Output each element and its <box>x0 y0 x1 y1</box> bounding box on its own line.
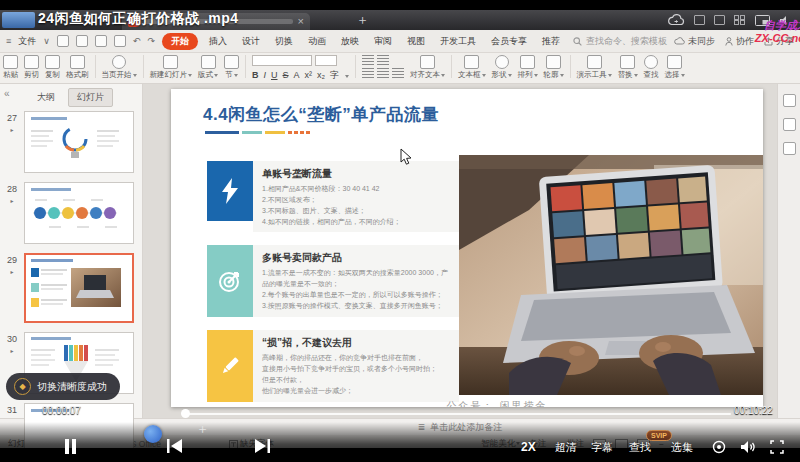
add-slide-overlay-icon[interactable]: ＋ <box>196 420 209 438</box>
volume-icon[interactable] <box>740 440 756 458</box>
align-text-button[interactable]: 对齐文本 <box>410 55 445 79</box>
progress-handle[interactable] <box>181 409 190 418</box>
episodes-button[interactable]: 选集 <box>671 440 693 455</box>
paste-button[interactable]: 粘贴 <box>3 55 18 79</box>
next-button[interactable] <box>254 439 271 457</box>
bold-button[interactable]: B <box>252 70 259 80</box>
slide-thumbnail-27[interactable]: 27▸ <box>0 111 142 173</box>
output-icon[interactable] <box>76 35 88 47</box>
panel-tab-slides[interactable]: 幻灯片 <box>68 88 113 107</box>
redo-icon[interactable]: ↷ <box>147 36 155 46</box>
cut-button[interactable]: 剪切 <box>24 55 39 79</box>
preview-icon[interactable] <box>114 35 126 47</box>
panel-tab-outline[interactable]: 大纲 <box>29 89 63 106</box>
previous-button[interactable] <box>166 439 183 457</box>
superscript-button[interactable]: x² <box>305 70 313 80</box>
copy-button[interactable]: 复制 <box>45 55 60 79</box>
minimize-icon[interactable] <box>694 15 705 25</box>
bullet-list-icon[interactable] <box>362 55 374 65</box>
save-icon[interactable] <box>57 35 69 47</box>
command-search[interactable]: 查找命令、搜索模板 <box>573 35 667 48</box>
find-button[interactable]: 查找 <box>644 55 659 79</box>
italic-button[interactable]: I <box>264 70 267 80</box>
animation-pane-icon[interactable] <box>783 118 796 131</box>
record-icon[interactable] <box>712 440 726 458</box>
font-color-button[interactable]: A <box>294 70 300 80</box>
collab-button[interactable]: 协作 <box>725 35 754 48</box>
tab-slideshow[interactable]: 放映 <box>337 33 363 50</box>
restore-icon[interactable] <box>714 15 725 25</box>
tab-devtools[interactable]: 开发工具 <box>436 33 480 50</box>
new-slide-button[interactable]: 新建幻灯片 <box>150 55 193 79</box>
quality-toast: ◆ 切换清晰度成功 <box>6 373 120 400</box>
slide-thumbnail-28[interactable]: 28▸ <box>0 182 142 244</box>
thumbnail-graphic <box>24 182 134 244</box>
selection-pane-icon[interactable] <box>783 142 796 155</box>
tab-design[interactable]: 设计 <box>238 33 264 50</box>
font-name-select[interactable] <box>252 55 312 66</box>
tab-recommend[interactable]: 推荐 <box>538 33 564 50</box>
pause-button[interactable] <box>64 439 77 458</box>
outline-button[interactable]: 轮廓 <box>544 55 564 79</box>
burger-menu-icon[interactable]: ≡ <box>6 36 11 46</box>
section-line: 1.流量不是一成不变的：如买双两天的搜索量2000 3000，产品的曝光量是不一… <box>262 268 450 290</box>
presentation-tools-button[interactable]: 演示工具 <box>577 55 612 79</box>
collab-label: 协作 <box>736 35 754 48</box>
shapes-button[interactable]: 形状 <box>492 55 512 79</box>
format-painter-button[interactable]: 格式刷 <box>66 55 89 79</box>
section-multi-account: 多账号卖同款产品 1.流量不是一成不变的：如买双两天的搜索量2000 3000，… <box>207 245 459 317</box>
thumbnail-graphic <box>24 253 134 323</box>
grid-apps-icon[interactable] <box>734 15 746 25</box>
character-format-button[interactable]: 字 <box>330 69 339 82</box>
textbox-button[interactable]: 文本框 <box>458 55 486 79</box>
cloud-sync-icon[interactable] <box>667 14 685 26</box>
fullscreen-icon[interactable] <box>770 440 784 458</box>
progress-bar[interactable] <box>186 413 731 415</box>
strikethrough-button[interactable]: S <box>283 70 289 80</box>
tab-animation[interactable]: 动画 <box>304 33 330 50</box>
slide-canvas[interactable]: 4.4闲鱼怎么“垄断”单产品流量 单账号垄断流量 1.相同产品&不同价格段：30… <box>143 84 777 418</box>
play-from-page-button[interactable]: 当页开始 <box>102 55 137 79</box>
align-right-icon[interactable] <box>392 68 404 78</box>
assistant-badge[interactable] <box>144 425 162 443</box>
current-slide[interactable]: 4.4闲鱼怎么“垄断”单产品流量 单账号垄断流量 1.相同产品&不同价格段：30… <box>171 89 763 407</box>
font-size-select[interactable] <box>315 55 337 66</box>
tab-transition[interactable]: 切换 <box>271 33 297 50</box>
find-in-video-button[interactable]: 查找 <box>629 440 651 455</box>
collapse-panel-icon[interactable]: « <box>4 88 10 99</box>
section-text: “损”招，不建议去用 高峰期，你的排品还在，你的竞争对手也排在前面， 直接用小号… <box>253 330 459 402</box>
arrange-button[interactable]: 排列 <box>518 55 538 79</box>
replace-button[interactable]: 替换 <box>618 55 638 79</box>
quality-button[interactable]: 超清 <box>555 440 577 455</box>
new-tab-button[interactable]: ＋ <box>356 11 369 29</box>
align-left-icon[interactable] <box>362 68 374 78</box>
tab-review[interactable]: 审阅 <box>370 33 396 50</box>
slide-thumbnail-29-selected[interactable]: 29▸ <box>0 253 142 323</box>
tab-member[interactable]: 会员专享 <box>487 33 531 50</box>
properties-icon[interactable] <box>783 94 796 107</box>
lightning-icon <box>207 161 253 221</box>
section-heading: “损”招，不建议去用 <box>262 336 450 350</box>
tab-insert[interactable]: 插入 <box>205 33 231 50</box>
number-list-icon[interactable] <box>377 55 389 65</box>
underline-button[interactable]: U <box>271 70 278 80</box>
align-center-icon[interactable] <box>377 68 389 78</box>
close-tab-icon[interactable]: × <box>298 16 304 27</box>
section-button[interactable]: 节 <box>224 55 239 79</box>
subscript-button[interactable]: x₂ <box>317 70 325 80</box>
section-line: 2.不同区域发布； <box>262 195 450 206</box>
playback-speed-button[interactable]: 2X <box>521 440 536 454</box>
chevron-down-icon[interactable]: ∨ <box>43 36 50 46</box>
total-duration: 00:10:22 <box>734 405 773 416</box>
subtitles-button[interactable]: 字幕 <box>591 440 613 455</box>
sync-status[interactable]: 未同步 <box>674 35 715 48</box>
layout-button[interactable]: 版式 <box>198 55 218 79</box>
tab-home[interactable]: 开始 <box>162 33 198 50</box>
menu-file[interactable]: 文件 <box>18 35 36 48</box>
select-button[interactable]: 选择 <box>665 55 685 79</box>
section-text: 多账号卖同款产品 1.流量不是一成不变的：如买双两天的搜索量2000 3000，… <box>253 245 459 317</box>
tab-view[interactable]: 视图 <box>403 33 429 50</box>
undo-icon[interactable]: ↶ <box>133 36 141 46</box>
print-icon[interactable] <box>95 35 107 47</box>
menubar: ≡ 文件 ∨ ↶ ↷ 开始 插入 设计 切换 动画 放映 审阅 视图 开发工具 … <box>0 30 800 53</box>
